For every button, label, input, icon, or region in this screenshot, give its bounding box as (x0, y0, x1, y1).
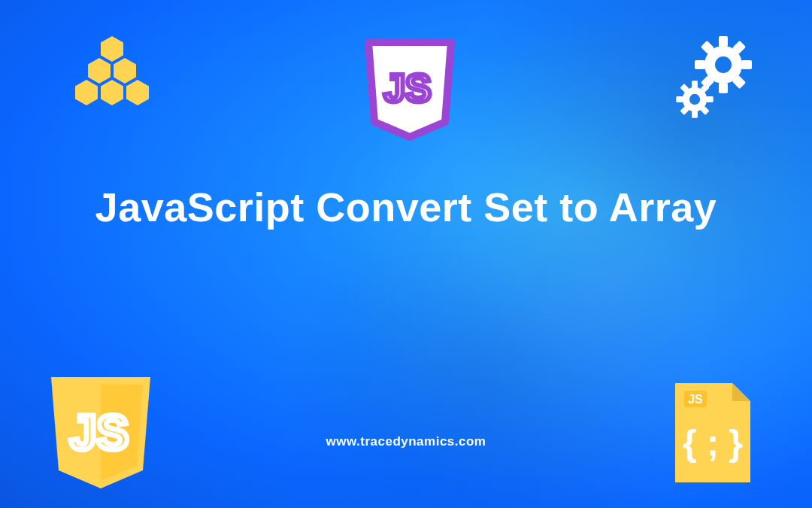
svg-text:JS: JS (688, 393, 703, 406)
svg-point-1 (710, 51, 737, 78)
js-shield-purple-icon: JS (361, 38, 459, 143)
banner-canvas: JS (0, 0, 812, 508)
gears-icon (669, 35, 759, 125)
svg-rect-2 (719, 36, 728, 47)
hexagons-icon (68, 36, 158, 126)
svg-rect-12 (692, 111, 698, 118)
svg-rect-13 (707, 96, 714, 102)
svg-rect-3 (719, 83, 728, 93)
svg-rect-4 (741, 60, 752, 69)
js-file-icon: JS { ; } (668, 380, 758, 485)
svg-rect-11 (692, 81, 698, 87)
js-shield-yellow-icon: JS (45, 374, 156, 493)
svg-text:JS: JS (383, 66, 432, 110)
website-url: www.tracedynamics.com (0, 434, 812, 449)
svg-rect-14 (676, 96, 683, 102)
svg-point-10 (686, 90, 703, 108)
svg-rect-5 (695, 60, 705, 69)
svg-text:JS: JS (70, 406, 129, 460)
page-title: JavaScript Convert Set to Array (0, 184, 812, 230)
